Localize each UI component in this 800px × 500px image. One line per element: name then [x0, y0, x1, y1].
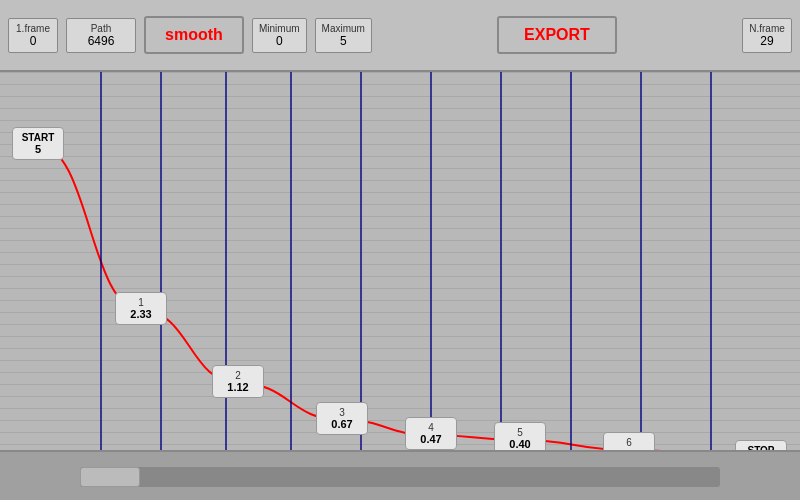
bottom-bar	[0, 450, 800, 500]
v-line	[360, 72, 362, 450]
v-line	[710, 72, 712, 450]
h-line	[0, 144, 800, 145]
h-line	[0, 288, 800, 289]
keyframe-node-start[interactable]: START5	[12, 127, 64, 160]
keyframe-node-1[interactable]: 12.33	[115, 292, 167, 325]
h-line	[0, 168, 800, 169]
node-index: 5	[498, 427, 542, 438]
canvas-area: START512.3321.1230.6740.4750.4060.22STOP…	[0, 72, 800, 450]
first-frame-label: 1.frame	[16, 23, 50, 34]
h-line	[0, 420, 800, 421]
maximum-label: Maximum	[322, 23, 365, 34]
node-value: 2.33	[119, 308, 163, 320]
h-line	[0, 96, 800, 97]
top-bar: 1.frame 0 Path 6496 smooth Minimum 0 Max…	[0, 0, 800, 72]
h-line	[0, 132, 800, 133]
v-line	[160, 72, 162, 450]
h-line	[0, 108, 800, 109]
h-line	[0, 396, 800, 397]
h-line	[0, 180, 800, 181]
node-value: 1.12	[216, 381, 260, 393]
h-line	[0, 444, 800, 445]
path-box[interactable]: Path 6496	[66, 18, 136, 53]
v-line	[290, 72, 292, 450]
h-line	[0, 192, 800, 193]
first-frame-value: 0	[30, 34, 37, 48]
h-line	[0, 156, 800, 157]
smooth-button[interactable]: smooth	[144, 16, 244, 54]
last-frame-value: 29	[760, 34, 773, 48]
v-line	[570, 72, 572, 450]
scrollbar-track[interactable]	[80, 467, 720, 487]
h-line	[0, 84, 800, 85]
keyframe-node-5[interactable]: 50.40	[494, 422, 546, 450]
node-value: 0.47	[409, 433, 453, 445]
h-line	[0, 204, 800, 205]
v-line	[100, 72, 102, 450]
v-line	[640, 72, 642, 450]
horizontal-lines	[0, 72, 800, 450]
keyframe-node-stop[interactable]: STOP0	[735, 440, 787, 450]
h-line	[0, 336, 800, 337]
h-line	[0, 228, 800, 229]
h-line	[0, 240, 800, 241]
h-line	[0, 408, 800, 409]
h-line	[0, 264, 800, 265]
h-line	[0, 384, 800, 385]
first-frame-box[interactable]: 1.frame 0	[8, 18, 58, 53]
keyframe-node-2[interactable]: 21.12	[212, 365, 264, 398]
h-line	[0, 276, 800, 277]
h-line	[0, 72, 800, 73]
minimum-label: Minimum	[259, 23, 300, 34]
h-line	[0, 216, 800, 217]
keyframe-node-3[interactable]: 30.67	[316, 402, 368, 435]
h-line	[0, 432, 800, 433]
maximum-value: 5	[340, 34, 347, 48]
node-value: 5	[16, 143, 60, 155]
node-value: 0.40	[498, 438, 542, 450]
h-line	[0, 252, 800, 253]
keyframe-node-4[interactable]: 40.47	[405, 417, 457, 450]
h-line	[0, 348, 800, 349]
h-line	[0, 120, 800, 121]
node-index: 6	[607, 437, 651, 448]
minimum-box[interactable]: Minimum 0	[252, 18, 307, 53]
node-index: 4	[409, 422, 453, 433]
maximum-box[interactable]: Maximum 5	[315, 18, 372, 53]
node-index: 3	[320, 407, 364, 418]
v-line	[500, 72, 502, 450]
keyframe-node-6[interactable]: 60.22	[603, 432, 655, 450]
last-frame-box[interactable]: N.frame 29	[742, 18, 792, 53]
scrollbar-thumb[interactable]	[80, 467, 140, 487]
export-button[interactable]: EXPORT	[497, 16, 617, 54]
node-label: START	[16, 132, 60, 143]
node-index: 2	[216, 370, 260, 381]
h-line	[0, 360, 800, 361]
node-index: 1	[119, 297, 163, 308]
minimum-value: 0	[276, 34, 283, 48]
path-label: Path	[91, 23, 112, 34]
node-value: 0.67	[320, 418, 364, 430]
h-line	[0, 372, 800, 373]
v-line	[430, 72, 432, 450]
last-frame-label: N.frame	[749, 23, 785, 34]
path-value: 6496	[88, 34, 115, 48]
